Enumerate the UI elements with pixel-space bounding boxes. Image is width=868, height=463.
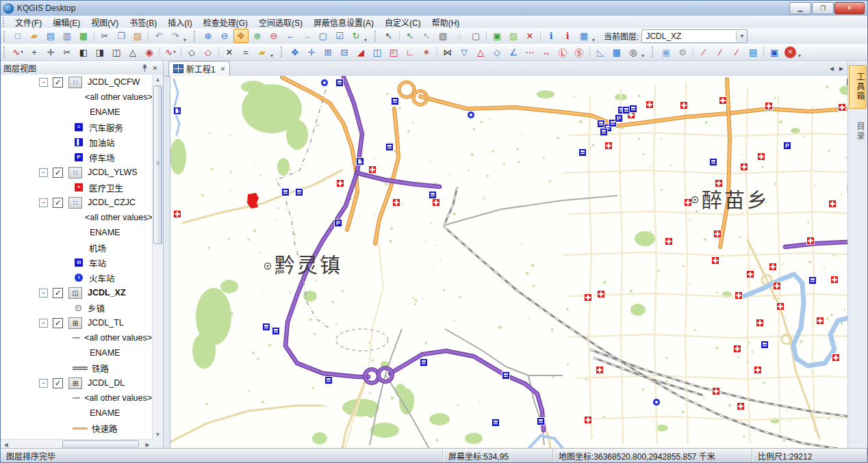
tab-scroll-left-icon[interactable]: ◀ [827,64,837,73]
tree-item[interactable]: −✓◫JCDL_XZ [1,285,152,300]
open-folder-icon[interactable]: ▰ [27,29,42,43]
trace-area-red-icon[interactable]: ◇ [201,45,216,59]
new-file-icon[interactable]: □ [10,29,25,43]
previous-view-icon[interactable]: ← [283,29,298,43]
tree-item[interactable]: 铁路 [1,360,152,375]
explode-feature-icon[interactable]: ✶ [419,45,434,59]
close-editor-icon[interactable]: ✕ [784,47,796,58]
tree-item[interactable]: −✓∷JCDL_QCFW [1,75,152,90]
layer-visibility-checkbox[interactable]: ✓ [53,288,63,298]
tab-close-icon[interactable]: ✕ [220,66,226,72]
tree-item[interactable]: <all other values> [1,210,152,225]
layer-visibility-checkbox[interactable]: ✓ [53,318,63,328]
pan-icon[interactable]: ✥ [233,29,248,43]
menu-item[interactable]: 帮助(H) [426,18,465,29]
restore-button[interactable]: ❐ [812,2,834,14]
split-next-icon[interactable]: ◨ [92,45,107,59]
tree-vscroll-thumb[interactable] [153,85,162,244]
minimize-button[interactable]: ▁ [789,2,811,14]
tree-item[interactable]: −✓⊞JCDL_DL [1,375,152,391]
next-view-icon[interactable]: → [299,29,314,43]
tree-item[interactable]: ENAME [1,105,152,120]
save-database-icon[interactable]: ▥ [60,29,75,43]
reshape-line-icon[interactable]: ∿▾ [163,45,178,59]
tree-item[interactable]: +医疗卫生 [1,180,152,195]
dock-tab-catalog[interactable]: 目录 [849,114,867,148]
deselect-features-icon[interactable]: ↖ [419,29,434,43]
snap-endpoint-r-icon[interactable]: ∕ [696,45,711,59]
scroll-up-icon[interactable]: ▲ [153,75,163,85]
vertex-tool-icon[interactable]: + [27,45,42,59]
trim-overshoot-icon[interactable]: ⋈ [440,45,455,59]
measure-length-icon[interactable]: ↔ [539,45,554,59]
tree-expander-icon[interactable]: − [39,198,48,207]
tree-item[interactable]: i火车站 [1,270,152,285]
layer-visibility-checkbox[interactable]: ✓ [53,378,63,388]
tree-item[interactable]: <all other values> [1,391,152,406]
set-square-icon[interactable]: ◺ [593,45,608,59]
sketch-polyline-icon[interactable]: ∿▾ [10,45,25,59]
layer-visibility-checkbox[interactable]: ✓ [53,198,63,208]
view-settings-icon[interactable]: ☑ [332,29,347,43]
redo-icon[interactable]: ↷ [168,29,183,43]
tree-item[interactable]: ENAME [1,225,152,240]
tree-item[interactable]: −✓∷JCDL_CZJC [1,195,152,210]
rect-diagonal-icon[interactable]: ◢ [353,45,368,59]
zoom-window-in-icon[interactable]: ⊕ [250,29,265,43]
refresh-icon[interactable]: ↻ [348,29,363,43]
pointer-icon[interactable]: ↖ [381,29,396,43]
full-extent-icon[interactable]: ▢ [316,29,331,43]
flip-up-icon[interactable]: △ [473,45,488,59]
identify-red-icon[interactable]: ℹ [560,29,575,43]
tree-item[interactable]: 乡镇 [1,300,152,315]
snap-endpoint-o-icon[interactable]: ∕ [729,45,744,59]
split-even-icon[interactable]: ◧ [76,45,91,59]
identify-icon[interactable]: ℹ [544,29,559,43]
selection-statistics-icon[interactable]: ▦ [576,29,591,43]
scroll-down-icon[interactable]: ▼ [153,429,163,440]
select-features-icon[interactable]: ↖ [403,29,418,43]
attributes-form-icon[interactable]: ▤ [745,45,761,59]
find-icon[interactable]: ◎ [626,45,641,59]
duplicate-feature-icon[interactable]: ⊞ [320,45,335,59]
move-feature-icon[interactable]: ✥ [288,45,303,59]
toolbar-overflow-icon[interactable]: ▾ [798,53,801,59]
zoom-in-icon[interactable]: ⊕ [201,29,216,43]
tree-item[interactable]: ENAME [1,345,152,360]
record-point-icon[interactable]: ◉ [142,45,157,59]
tree-item[interactable]: <all other values> [1,90,152,105]
menu-item[interactable]: 屏蔽信息设置(A) [308,18,379,29]
menu-item[interactable]: 空间选取(S) [253,18,308,29]
tree-expander-icon[interactable]: − [39,78,48,87]
tree-item[interactable]: ▌加油站 [1,135,152,150]
select-circle-icon[interactable]: ◌ [452,29,467,43]
tree-item[interactable]: 机场 [1,240,152,255]
tree-item[interactable]: ⊟车站 [1,255,152,270]
delete-vertex-icon[interactable]: ✕ [222,45,237,59]
tree-item[interactable]: <all other values> [1,330,152,345]
add-database-icon[interactable]: ▤ [43,29,58,43]
combobox-dropdown-icon[interactable]: ▼ [736,31,747,42]
tree-expander-icon[interactable]: − [39,168,48,177]
tree-item[interactable]: ENAME [1,406,152,421]
current-layer-combobox[interactable]: JCDL_XZ▼ [641,29,748,43]
angle-measure-icon[interactable]: ∠ [506,45,521,59]
undo-icon[interactable]: ↶ [151,29,166,43]
cut-icon[interactable]: ✂ [97,29,112,43]
diamond-check-icon[interactable]: ◇ [489,45,505,59]
trace-area-icon[interactable]: ◇ [184,45,199,59]
tree-item[interactable]: −✓∷JCDL_YLWS [1,165,152,180]
split-add-icon[interactable]: ◫ [109,45,124,59]
menu-item[interactable]: 自定义(C) [379,18,426,29]
tree-expander-icon[interactable]: − [39,319,48,328]
tree-item[interactable]: 快速路 [1,421,152,436]
move-vertex-icon[interactable]: ✛ [43,45,58,59]
toolbar-overflow-icon[interactable]: ▾ [592,37,595,43]
hatch-selection-icon[interactable]: ▨ [506,29,521,43]
snap-endpoint-g-icon[interactable]: ∕ [713,45,728,59]
rect-parallel-icon[interactable]: ◫ [370,45,385,59]
measure-dots-icon[interactable]: ⋯ [522,45,537,59]
clear-selection-icon[interactable]: ✕ [522,29,537,43]
menu-item[interactable]: 文件(F) [10,18,47,29]
toolbar-overflow-icon[interactable]: ▾ [270,53,273,59]
